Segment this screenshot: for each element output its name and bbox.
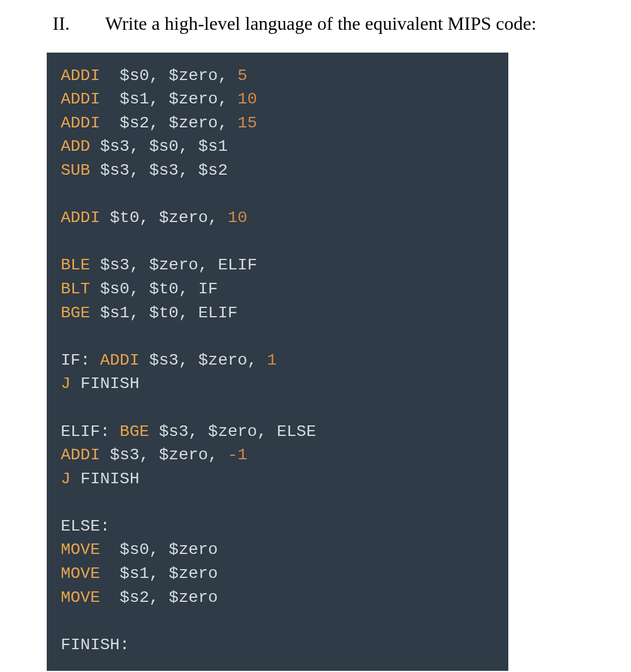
code-line: SUB $s3, $s3, $s2	[61, 159, 494, 183]
code-token-reg: ,	[257, 422, 277, 441]
code-token-reg: $zero	[169, 588, 218, 607]
code-token-reg: $zero	[159, 209, 208, 227]
code-line: ADDI $s2, $zero, 15	[61, 112, 494, 136]
code-token-lbl: ELIF	[218, 256, 257, 274]
code-token-op: MOVE	[61, 541, 100, 559]
code-token-reg: ,	[218, 67, 238, 85]
code-token-op: ADDI	[100, 351, 139, 369]
code-token-reg: ,	[139, 209, 159, 227]
code-token-reg: ,	[188, 422, 208, 441]
code-token-reg: $s3	[100, 256, 129, 274]
code-token-op: SUB	[61, 161, 90, 179]
code-line: MOVE $s1, $zero	[61, 562, 494, 586]
code-token-reg: ,	[130, 256, 150, 274]
code-token-reg: ,	[179, 280, 199, 298]
code-token-reg: ,	[218, 90, 238, 108]
code-token-reg: $zero	[159, 446, 208, 464]
code-token-sp	[100, 564, 120, 583]
code-token-reg: $zero	[169, 564, 218, 583]
code-token-op: ADDI	[61, 446, 100, 464]
code-token-reg: $s3	[149, 161, 178, 179]
code-token-lbl: ELSE	[277, 422, 316, 441]
code-token-op: ADD	[61, 137, 90, 155]
code-token-reg: $s1	[100, 304, 129, 322]
code-token-sp	[90, 280, 100, 298]
code-token-reg: ,	[179, 137, 199, 155]
code-token-lbl: IF:	[61, 351, 90, 369]
code-line: ELIF: BGE $s3, $zero, ELSE	[61, 420, 494, 444]
code-line: IF: ADDI $s3, $zero, 1	[61, 349, 494, 373]
code-token-reg: ,	[149, 67, 169, 85]
code-token-reg: $s3	[149, 351, 178, 369]
code-token-op: MOVE	[61, 588, 100, 607]
code-line	[61, 325, 494, 349]
code-token-op: J	[61, 375, 71, 393]
code-line: BGE $s1, $t0, ELIF	[61, 302, 494, 325]
code-line: MOVE $s0, $zero	[61, 538, 494, 562]
code-line	[61, 396, 494, 420]
code-token-sp	[110, 422, 120, 441]
code-line: ADD $s3, $s0, $s1	[61, 135, 494, 159]
code-token-reg: $zero	[169, 67, 218, 85]
code-token-sp	[71, 470, 81, 488]
code-token-num: 15	[237, 114, 257, 132]
code-token-reg: $zero	[149, 256, 198, 274]
code-token-reg: $t0	[110, 209, 139, 227]
code-token-op: J	[61, 470, 71, 488]
code-line: ELSE:	[61, 515, 494, 539]
code-token-sp	[149, 422, 159, 441]
code-token-reg: $s3	[100, 137, 129, 155]
code-token-reg: $s2	[120, 114, 149, 132]
code-token-sp	[100, 114, 120, 132]
code-token-reg: ,	[247, 351, 267, 369]
code-token-num: 10	[228, 209, 248, 227]
code-token-reg: $s2	[120, 588, 149, 607]
code-token-op: ADDI	[61, 209, 100, 227]
code-token-sp	[100, 541, 120, 559]
code-line	[61, 230, 494, 254]
code-token-sp	[139, 351, 149, 369]
code-line	[61, 183, 494, 207]
code-token-lbl: ELIF	[198, 304, 237, 322]
code-token-sp	[90, 256, 100, 274]
code-token-reg: $s3	[100, 161, 129, 179]
code-line	[61, 609, 494, 633]
code-token-reg: ,	[130, 161, 150, 179]
mips-code-block: ADDI $s0, $zero, 5ADDI $s1, $zero, 10ADD…	[47, 53, 508, 671]
code-token-op: BGE	[61, 304, 90, 322]
code-token-sp	[90, 304, 100, 322]
code-token-sp	[90, 351, 100, 369]
code-token-num: 5	[237, 67, 247, 85]
code-token-reg: $s0	[100, 280, 129, 298]
code-token-lbl: FINISH:	[61, 636, 130, 654]
code-token-num: 1	[267, 351, 277, 369]
code-token-reg: ,	[130, 137, 150, 155]
code-line	[61, 491, 494, 515]
code-line: ADDI $s1, $zero, 10	[61, 88, 494, 112]
code-token-reg: ,	[208, 209, 228, 227]
question-text: Write a high-level language of the equiv…	[105, 12, 608, 36]
code-line: ADDI $t0, $zero, 10	[61, 206, 494, 230]
code-token-op: ADDI	[61, 114, 100, 132]
code-token-reg: ,	[179, 304, 199, 322]
code-line: J FINISH	[61, 372, 494, 396]
code-token-lbl: ELSE:	[61, 517, 110, 535]
code-token-reg: $zero	[169, 114, 218, 132]
code-token-reg: $zero	[169, 541, 218, 559]
code-token-reg: $zero	[169, 90, 218, 108]
code-token-reg: $zero	[198, 351, 247, 369]
code-token-lbl: ELIF:	[61, 422, 110, 441]
code-token-sp	[90, 137, 100, 155]
code-token-reg: ,	[179, 351, 199, 369]
code-token-reg: $s0	[120, 67, 149, 85]
question-heading: II. Write a high-level language of the e…	[47, 12, 608, 36]
code-token-lbl: FINISH	[81, 375, 140, 393]
code-token-op: BLE	[61, 256, 90, 274]
code-token-reg: ,	[198, 256, 218, 274]
code-token-reg: $zero	[208, 422, 257, 441]
code-line: MOVE $s2, $zero	[61, 586, 494, 610]
code-token-reg: $s1	[120, 90, 149, 108]
code-token-sp	[90, 161, 100, 179]
code-token-reg: $s3	[110, 446, 139, 464]
code-token-reg: ,	[149, 114, 169, 132]
